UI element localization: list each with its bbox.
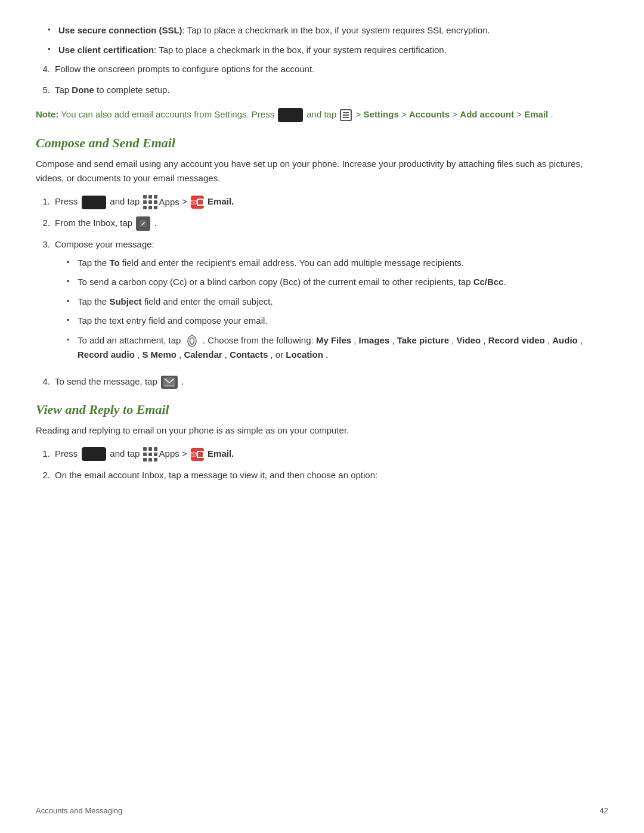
note-text2: and tap <box>306 109 339 119</box>
view-intro: Reading and replying to email on your ph… <box>36 423 608 438</box>
note-text3: > <box>356 109 364 119</box>
cert-bullet: Use client certification: Tap to place a… <box>48 44 608 57</box>
note-text1: You can also add email accounts from Set… <box>61 109 277 119</box>
note-text6: > <box>516 109 524 119</box>
compose-bullet-1: Tap the To field and enter the recipient… <box>67 256 608 270</box>
attachment-icon <box>185 334 199 348</box>
note-bold3: Add account <box>460 109 514 119</box>
compose-sub-bullets: Tap the To field and enter the recipient… <box>55 256 608 362</box>
compose-step-4: 4. To send the message, tap . <box>36 375 608 389</box>
compose-bullet-4: Tap the text entry field and compose you… <box>67 314 608 328</box>
view-step1-prefix: Press <box>55 448 80 459</box>
compose-bullet-3: Tap the Subject field and enter the emai… <box>67 295 608 309</box>
step5-suffix: to complete setup. <box>94 85 170 95</box>
apps-label: Apps <box>159 196 179 209</box>
view-heading: View and Reply to Email <box>36 402 608 417</box>
step5-bold: Done <box>72 85 94 95</box>
compose-step1-suffix: Email. <box>208 196 234 206</box>
note-label: Note: <box>36 109 58 119</box>
compose-intro: Compose and send email using any account… <box>36 157 608 185</box>
ssl-bullet: Use secure connection (SSL): Tap to plac… <box>48 24 608 38</box>
view-steps: 1. Press and tap Apps > <box>36 447 608 482</box>
compose-step2-suffix: . <box>154 218 156 228</box>
view-apps-grid-icon <box>143 447 157 462</box>
ssl-bold: Use secure connection (SSL) <box>58 25 182 35</box>
apps-icon-group: Apps <box>143 195 179 209</box>
step-5: 5. Tap Done to complete setup. <box>36 83 608 97</box>
view-step-1: 1. Press and tap Apps > <box>36 447 608 462</box>
page-content: Use secure connection (SSL): Tap to plac… <box>36 24 608 482</box>
view-home-button <box>82 447 107 462</box>
compose-step1-prefix: Press <box>55 196 80 206</box>
view-apps-icon-group: Apps <box>143 447 179 462</box>
step4-text: Follow the onscreen prompts to configure… <box>55 63 314 76</box>
cert-bold: Use client certification <box>58 45 154 55</box>
compose-heading: Compose and Send Email <box>36 135 608 151</box>
note-bold2: Accounts <box>409 109 450 119</box>
send-icon <box>161 376 178 389</box>
note-text4: > <box>401 109 409 119</box>
email-app-icon <box>191 196 204 209</box>
ssl-rest: : Tap to place a checkmark in the box, i… <box>182 25 490 35</box>
note-text5: > <box>452 109 460 119</box>
compose-home-button <box>82 196 107 210</box>
menu-icon <box>340 109 352 121</box>
step5-prefix: Tap <box>55 85 72 95</box>
compose-pencil-icon <box>136 216 150 231</box>
note-bold4: Email <box>524 109 548 119</box>
svg-point-3 <box>190 338 194 345</box>
step-4: 4. Follow the onscreen prompts to config… <box>36 63 608 76</box>
footer: Accounts and Messaging 42 <box>36 806 608 815</box>
compose-step-2: 2. From the Inbox, tap . <box>36 216 608 231</box>
compose-step-3: 3. Compose your message: Tap the To fiel… <box>36 238 608 367</box>
top-bullet-list: Use secure connection (SSL): Tap to plac… <box>36 24 608 57</box>
view-apps-label: Apps <box>159 447 179 461</box>
note-text7: . <box>550 109 553 119</box>
view-step-2: 2. On the email account Inbox, tap a mes… <box>36 469 608 482</box>
compose-step3-text: Compose your message: <box>55 239 154 249</box>
note-block: Note: You can also add email accounts fr… <box>36 107 608 122</box>
compose-step4-prefix: To send the message, tap <box>55 376 160 386</box>
footer-left: Accounts and Messaging <box>36 806 122 815</box>
compose-step4-suffix: . <box>181 376 184 386</box>
cert-rest: : Tap to place a checkmark in the box, i… <box>154 45 447 55</box>
compose-steps: 1. Press and tap Apps > <box>36 195 608 388</box>
compose-bullet-2: To send a carbon copy (Cc) or a blind ca… <box>67 275 608 289</box>
apps-grid-icon <box>143 195 157 209</box>
note-bold1: Settings <box>364 109 399 119</box>
home-button <box>278 108 303 123</box>
setup-steps: 4. Follow the onscreen prompts to config… <box>36 63 608 97</box>
compose-step2-prefix: From the Inbox, tap <box>55 218 135 228</box>
footer-right: 42 <box>600 806 608 815</box>
compose-bullet-5: To add an attachment, tap . Choose from … <box>67 334 608 362</box>
view-step2-text: On the email account Inbox, tap a messag… <box>55 469 377 482</box>
view-step1-suffix: Email. <box>208 448 234 459</box>
svg-point-2 <box>188 336 196 346</box>
compose-step-1: 1. Press and tap Apps > <box>36 195 608 209</box>
view-email-app-icon <box>191 448 204 461</box>
